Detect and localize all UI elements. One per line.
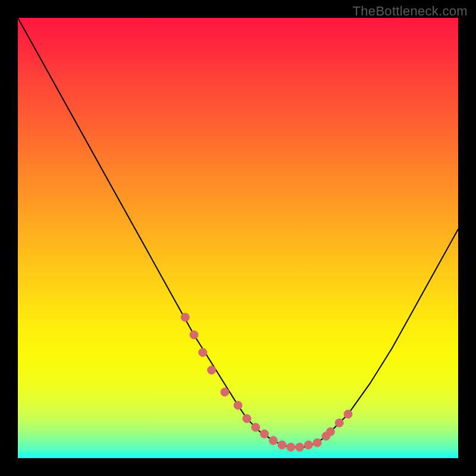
plot-area — [18, 18, 458, 458]
marker-point — [181, 313, 189, 321]
marker-point — [287, 443, 295, 452]
marker-point — [344, 410, 352, 418]
marker-point — [234, 401, 242, 409]
chart-svg — [18, 18, 458, 458]
marker-point — [304, 441, 312, 449]
marker-point — [335, 419, 343, 427]
marker-point — [243, 414, 251, 422]
marker-point — [269, 436, 277, 444]
marker-point — [208, 366, 216, 374]
bottleneck-curve — [18, 18, 458, 447]
marker-group — [181, 313, 352, 451]
marker-point — [326, 428, 334, 436]
marker-point — [252, 423, 260, 431]
watermark-text: TheBottleneck.com — [353, 4, 468, 19]
marker-point — [199, 348, 207, 356]
marker-point — [296, 443, 304, 452]
marker-point — [260, 430, 268, 438]
marker-point — [190, 331, 198, 339]
chart-stage: TheBottleneck.com — [0, 0, 476, 476]
marker-point — [278, 441, 286, 449]
marker-point — [221, 388, 229, 396]
marker-point — [313, 439, 321, 447]
